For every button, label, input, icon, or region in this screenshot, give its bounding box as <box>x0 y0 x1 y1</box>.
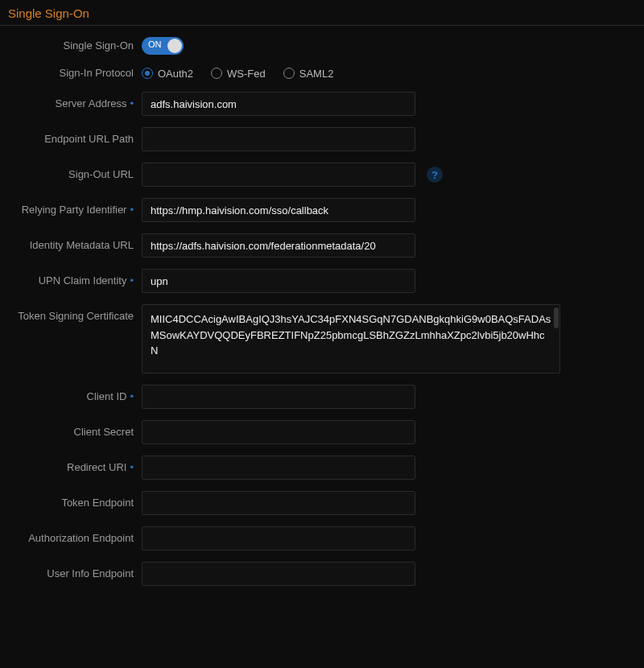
toggle-knob-icon <box>167 39 182 53</box>
help-icon[interactable]: ? <box>427 167 443 183</box>
label-token-endpoint: Token Endpoint <box>0 496 142 510</box>
client-id-input[interactable] <box>142 385 415 409</box>
label-user-info-endpoint: User Info Endpoint <box>0 567 142 581</box>
radio-oauth2[interactable]: OAuth2 <box>142 68 193 80</box>
sso-toggle[interactable]: ON <box>142 37 184 55</box>
label-client-secret: Client Secret <box>0 425 142 439</box>
token-signing-certificate-input[interactable]: MIIC4DCCAcigAwIBAgIQJ3hsYAJC34pFXN4SGqN7… <box>142 304 560 373</box>
label-identity-metadata-url: Identity Metadata URL <box>0 238 142 253</box>
radio-circle-icon <box>211 68 222 79</box>
radio-label-oauth2: OAuth2 <box>158 68 193 80</box>
endpoint-url-path-input[interactable] <box>142 127 415 151</box>
user-info-endpoint-input[interactable] <box>142 562 415 586</box>
upn-claim-identity-input[interactable] <box>142 269 415 293</box>
label-endpoint-url-path: Endpoint URL Path <box>0 132 142 146</box>
label-sign-in-protocol: Sign-In Protocol <box>0 66 142 80</box>
radio-saml2[interactable]: SAML2 <box>283 68 334 80</box>
label-sso-toggle: Single Sign-On <box>0 39 142 53</box>
radio-circle-icon <box>283 68 295 79</box>
sign-in-protocol-group: OAuth2 WS-Fed SAML2 <box>142 68 333 80</box>
label-sign-out-url: Sign-Out URL <box>0 167 142 182</box>
label-token-signing-certificate: Token Signing Certificate <box>0 304 142 324</box>
radio-label-saml2: SAML2 <box>299 68 334 80</box>
radio-circle-icon <box>142 68 153 79</box>
label-client-id: Client ID• <box>0 390 142 404</box>
client-secret-input[interactable] <box>142 420 415 444</box>
sign-out-url-input[interactable] <box>142 163 415 187</box>
identity-metadata-url-input[interactable] <box>142 233 415 258</box>
relying-party-identifier-input[interactable] <box>142 198 415 222</box>
label-redirect-uri: Redirect URI• <box>0 460 142 475</box>
sso-toggle-state: ON <box>148 39 162 49</box>
label-authorization-endpoint: Authorization Endpoint <box>0 531 142 546</box>
section-title: Single Sign-On <box>0 0 644 26</box>
redirect-uri-input[interactable] <box>142 456 415 480</box>
radio-wsfed[interactable]: WS-Fed <box>211 68 266 80</box>
token-endpoint-input[interactable] <box>142 491 415 515</box>
authorization-endpoint-input[interactable] <box>142 526 415 550</box>
label-relying-party-identifier: Relying Party Identifier• <box>0 203 142 217</box>
server-address-input[interactable] <box>142 92 415 116</box>
label-server-address: Server Address• <box>0 97 142 111</box>
label-upn-claim-identity: UPN Claim Identity• <box>0 274 142 288</box>
radio-label-wsfed: WS-Fed <box>227 68 266 80</box>
